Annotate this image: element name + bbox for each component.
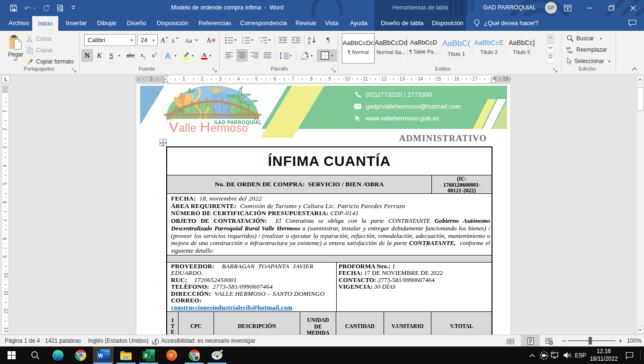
tab-referencias[interactable]: Referencias [197,16,233,31]
tray-chevron-icon[interactable] [527,346,538,364]
zoom-in-button[interactable]: + [617,335,624,346]
show-paragraph-marks-button[interactable]: ¶ [322,34,334,46]
scrollbar-thumb[interactable] [637,87,644,111]
bullets-button[interactable]: ▾ [224,34,238,46]
text-effects-button[interactable]: A ▾ [163,49,178,62]
redo-button[interactable] [39,0,53,16]
tab-disposicion[interactable]: Disposición [155,16,190,31]
tab-insertar[interactable]: Insertar [64,16,89,31]
line-spacing-button[interactable]: ▾ [277,49,294,62]
page-indicator[interactable]: Página 1 de 4 [5,335,40,346]
taskbar-explorer-icon[interactable] [116,346,136,364]
email-link[interactable]: construccionesindustrialesjb@hotmail.com [171,304,293,311]
change-case-button[interactable]: Aa [184,34,200,46]
subscript-button[interactable]: x2 [138,49,148,62]
tell-me-box[interactable]: ¿Qué desea hacer? [484,16,538,31]
print-layout-button[interactable] [521,335,540,346]
superscript-button[interactable]: x2 [149,49,160,62]
sort-button[interactable]: A Z [306,34,319,46]
clear-formatting-button[interactable]: A [206,34,217,46]
scroll-down-arrow[interactable] [637,326,644,334]
font-dialog-launcher[interactable] [213,68,217,73]
feedback-icon[interactable] [628,19,636,28]
tab-diseno[interactable]: Diseño [125,16,148,31]
borders-button[interactable]: ▾ [317,49,337,62]
taskbar-chrome-icon[interactable] [70,346,91,364]
zoom-slider-thumb[interactable] [589,337,592,345]
paste-button[interactable]: Pegar [5,33,27,63]
shading-button[interactable]: ▾ [298,49,315,62]
tab-disposicion-tabla[interactable]: Disposición [430,16,465,31]
paragraph-dialog-launcher[interactable] [331,68,336,73]
multilevel-list-button[interactable]: 1 a i ▾ [258,34,272,46]
close-button[interactable] [622,0,644,16]
numbering-button[interactable]: 1 2 3 ▾ [241,34,255,46]
zoom-level[interactable]: 100% [627,335,642,346]
styles-more-button[interactable] [547,54,554,64]
table-move-handle[interactable] [160,139,167,146]
style-item-2[interactable]: AaBbCcDdENormal Sa... [375,33,407,64]
vertical-ruler[interactable]: 12345678910111213 [2,86,8,333]
vertical-scrollbar[interactable] [636,74,644,335]
copy-button[interactable]: Copiar [26,46,53,54]
style-item-6[interactable]: AaBbCc]Título 5 [505,33,538,64]
tab-vista[interactable]: Vista [323,16,340,31]
taskbar-excel-icon[interactable]: X [138,346,159,364]
font-name-combo[interactable]: Calibri▾ [84,34,136,46]
right-indent-marker[interactable] [491,79,496,83]
restore-button[interactable] [600,0,622,16]
shrink-font-button[interactable]: A [170,34,180,46]
tray-clock[interactable]: 12:16 18/11/2022 [589,347,618,363]
horizontal-ruler[interactable]: 112345678910111213141516171819 [135,76,510,82]
minimize-button[interactable] [579,0,600,16]
style-item-1[interactable]: AaBbCcDc¶ Normal [342,33,375,64]
align-center-button[interactable] [236,49,248,62]
tray-notification-icon[interactable] [623,346,635,364]
format-painter-button[interactable]: Copiar formato [26,58,73,65]
cut-button[interactable]: Cortar [26,35,52,43]
tab-correspondencia[interactable]: Correspondencia [238,16,289,31]
undo-button[interactable] [21,0,39,16]
styles-scroll-down[interactable] [547,44,554,54]
taskbar-search-button[interactable] [25,346,45,364]
clipboard-dialog-launcher[interactable] [72,68,77,73]
taskbar-chrome-app-icon[interactable] [184,346,205,364]
tab-stop-selector[interactable]: L [2,75,10,83]
styles-dialog-launcher[interactable] [553,68,558,73]
select-button[interactable]: Seleccionar▾ [566,57,610,65]
taskbar-firefox-icon[interactable] [161,346,182,364]
tab-revisar[interactable]: Revisar [294,16,318,31]
increase-indent-button[interactable] [290,34,302,46]
strikethrough-button[interactable]: abc [125,49,137,62]
font-color-button[interactable]: A ▾ [198,49,214,62]
start-button[interactable] [1,346,22,364]
decrease-indent-button[interactable] [277,34,288,46]
taskbar-word-icon[interactable]: W [93,346,114,364]
print-preview-button[interactable] [53,0,67,16]
scroll-up-arrow[interactable] [637,76,644,83]
align-left-button[interactable] [224,49,235,62]
grow-font-button[interactable]: A [160,34,170,46]
replace-button[interactable]: ab ac Reemplazar [566,46,607,54]
font-size-combo[interactable]: 24▾ [137,34,158,46]
taskbar-paint-icon[interactable] [206,346,227,364]
account-avatar[interactable]: GP [545,2,557,14]
underline-dropdown[interactable]: ▾ [116,49,122,62]
accessibility-status[interactable]: Accesibilidad: es necesario investigar [161,335,255,346]
underline-button[interactable]: S [106,49,116,62]
tray-language[interactable]: ESP [574,346,587,364]
collapse-ribbon-button[interactable] [629,65,640,73]
tab-ayuda[interactable]: Ayuda [348,16,369,31]
account-name[interactable]: GAD PARROQUIAL [483,0,536,16]
justify-button[interactable] [262,49,273,62]
italic-button[interactable]: K [94,49,105,62]
find-button[interactable]: Buscar▾ [566,35,602,42]
tray-recorder-icon[interactable] [539,346,549,364]
tab-inicio[interactable]: Inicio [32,16,58,31]
style-item-5[interactable]: AaBbCcETítulo 2 [473,33,505,64]
zoom-out-button[interactable]: − [560,335,568,346]
ribbon-display-options-button[interactable] [557,0,579,16]
align-right-button[interactable] [249,49,260,62]
bold-button[interactable]: N [81,49,93,62]
document-table[interactable]: ÍNFIMA CUANTÍA No. DE ORDEN DE COMPRA: S… [167,147,492,335]
